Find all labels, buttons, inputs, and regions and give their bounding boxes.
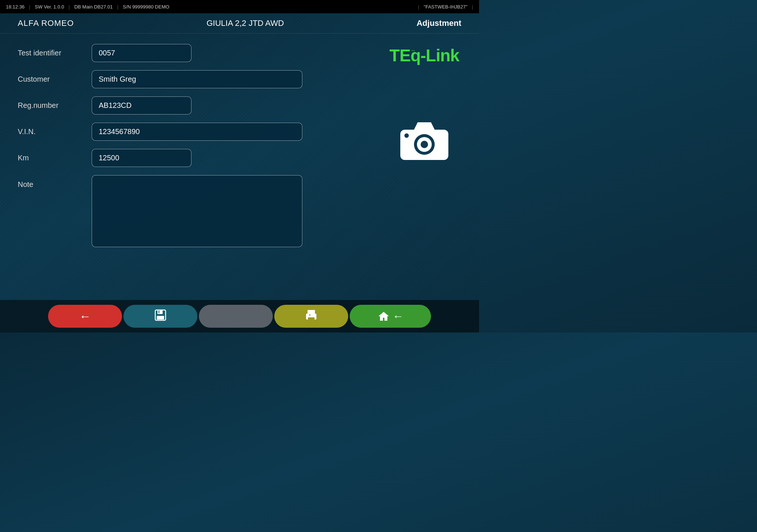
camera-icon-wrap[interactable] bbox=[398, 119, 450, 162]
km-input[interactable] bbox=[92, 149, 191, 167]
svg-rect-6 bbox=[157, 310, 163, 314]
note-input[interactable] bbox=[92, 175, 302, 247]
back-button[interactable]: ← bbox=[48, 305, 122, 328]
km-label: Km bbox=[18, 154, 92, 162]
camera-icon bbox=[398, 119, 450, 162]
status-sn: S/N 99999980 DEMO bbox=[123, 4, 169, 10]
note-row: Note bbox=[18, 175, 373, 247]
toolbar: ← ← bbox=[0, 300, 479, 332]
km-row: Km bbox=[18, 149, 373, 167]
section-title: Adjustment bbox=[417, 18, 461, 28]
print-icon bbox=[305, 308, 318, 324]
main-content: Test identifier Customer Reg.number V.I.… bbox=[0, 34, 479, 255]
status-db: DB Main DB27.01 bbox=[74, 4, 113, 10]
reg-number-input[interactable] bbox=[92, 96, 191, 115]
svg-rect-8 bbox=[159, 310, 159, 313]
right-panel: TEq··-Link bbox=[387, 44, 461, 255]
customer-label: Customer bbox=[18, 75, 92, 83]
home-back-button[interactable]: ← bbox=[350, 305, 431, 328]
test-identifier-input[interactable] bbox=[92, 44, 191, 62]
reg-number-label: Reg.number bbox=[18, 101, 92, 110]
svg-rect-7 bbox=[157, 316, 164, 320]
brand-label: ALFA ROMEO bbox=[18, 18, 74, 28]
vin-input[interactable] bbox=[92, 123, 302, 141]
status-sw: SW Ver. 1.0.0 bbox=[35, 4, 64, 10]
form-area: Test identifier Customer Reg.number V.I.… bbox=[18, 44, 373, 255]
test-identifier-row: Test identifier bbox=[18, 44, 373, 62]
back-arrow-icon: ← bbox=[79, 310, 91, 323]
vin-row: V.I.N. bbox=[18, 123, 373, 141]
status-time: 18:12:36 bbox=[6, 4, 25, 10]
svg-point-4 bbox=[404, 133, 409, 138]
note-label: Note bbox=[18, 175, 92, 189]
header: ALFA ROMEO GIULIA 2,2 JTD AWD Adjustment bbox=[0, 13, 479, 34]
empty-button[interactable] bbox=[199, 305, 273, 328]
svg-point-3 bbox=[421, 141, 428, 148]
save-icon bbox=[154, 308, 167, 324]
svg-rect-13 bbox=[308, 317, 315, 320]
customer-row: Customer bbox=[18, 70, 373, 88]
customer-input[interactable] bbox=[92, 70, 302, 88]
teq-link-logo: TEq··-Link bbox=[390, 47, 459, 64]
status-bar: 18:12:36 | SW Ver. 1.0.0 | DB Main DB27.… bbox=[0, 0, 479, 13]
print-button[interactable] bbox=[274, 305, 348, 328]
home-back-icon: ← bbox=[377, 310, 404, 323]
vin-label: V.I.N. bbox=[18, 127, 92, 136]
status-network: "FASTWEB-IHJB27" bbox=[424, 4, 467, 10]
svg-rect-14 bbox=[309, 314, 310, 316]
vehicle-label: GIULIA 2,2 JTD AWD bbox=[207, 18, 284, 28]
test-identifier-label: Test identifier bbox=[18, 49, 92, 57]
save-button[interactable] bbox=[123, 305, 197, 328]
reg-number-row: Reg.number bbox=[18, 96, 373, 115]
